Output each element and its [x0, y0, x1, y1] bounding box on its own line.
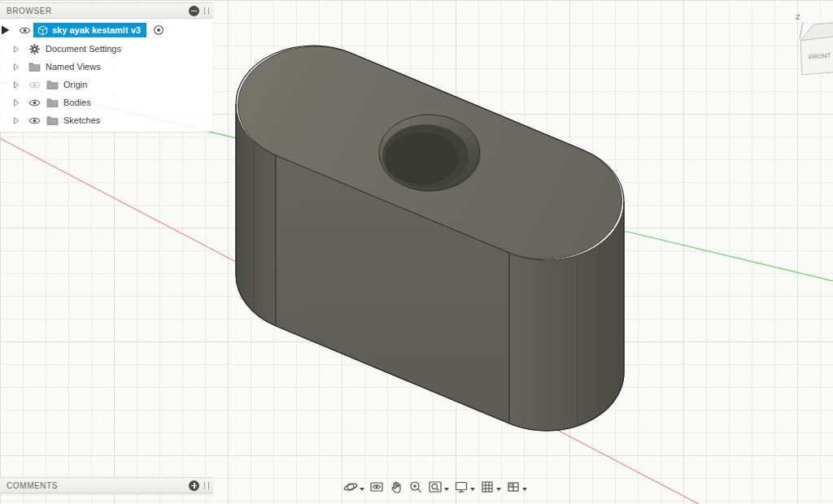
orbit-icon — [343, 480, 358, 497]
folder-icon — [46, 78, 59, 91]
tree-item-label: Sketches — [63, 115, 100, 125]
folder-icon — [46, 96, 59, 109]
tree-row-document-settings[interactable]: Document Settings — [0, 40, 213, 58]
browser-tree: sky ayak kestamit v3 Document Setting — [0, 19, 213, 132]
expand-arrow-icon[interactable] — [13, 63, 21, 71]
component-cube-icon — [36, 24, 49, 37]
orbit-button[interactable] — [341, 478, 367, 499]
fit-button[interactable] — [425, 478, 451, 499]
tree-row-document[interactable]: sky ayak kestamit v3 — [0, 20, 213, 40]
dropdown-caret-icon[interactable] — [470, 488, 475, 493]
viewports-button[interactable] — [504, 478, 530, 499]
zoom-button[interactable] — [406, 478, 425, 499]
expand-arrow-icon[interactable] — [13, 99, 21, 106]
eye-icon[interactable] — [28, 114, 41, 127]
dropdown-caret-icon[interactable] — [444, 488, 449, 493]
display-settings-icon — [454, 480, 469, 497]
display-settings-button[interactable] — [451, 478, 478, 499]
document-name[interactable]: sky ayak kestamit v3 — [52, 25, 141, 35]
document-selection[interactable]: sky ayak kestamit v3 — [33, 23, 146, 37]
viewports-icon — [506, 480, 521, 497]
grid-display-button[interactable] — [478, 478, 504, 499]
grid-display-icon — [480, 480, 495, 497]
top-hole — [379, 115, 481, 191]
panel-grip-handle[interactable] — [204, 482, 209, 489]
tree-item-label: Document Settings — [46, 44, 121, 54]
tree-row-named-views[interactable]: Named Views — [0, 58, 213, 76]
tree-item-label: Origin — [63, 80, 87, 89]
pan-button[interactable] — [386, 478, 406, 499]
comments-panel: COMMENTS — [0, 477, 213, 493]
active-component-marker — [1, 24, 11, 36]
panel-grip-handle[interactable] — [204, 7, 209, 15]
expand-arrow-icon[interactable] — [13, 81, 21, 89]
comments-header: COMMENTS — [0, 477, 213, 493]
collapse-panel-button[interactable] — [189, 6, 199, 16]
expand-comments-button[interactable] — [189, 480, 199, 491]
browser-panel: BROWSER sky ayak kestamit v3 — [0, 2, 213, 132]
z-axis-line — [800, 22, 803, 39]
zoom-icon — [408, 480, 423, 497]
viewcube-z-axis-label: Z — [796, 13, 800, 21]
folder-icon — [28, 60, 41, 73]
expand-arrow-icon[interactable] — [13, 46, 21, 53]
eye-icon[interactable] — [18, 24, 31, 37]
fusion-window: Z FRONT BROWSER — [0, 0, 833, 504]
dropdown-caret-icon[interactable] — [522, 488, 527, 493]
eye-icon[interactable] — [28, 96, 41, 109]
viewcube[interactable]: Z FRONT — [792, 3, 833, 94]
navigation-toolbar — [341, 478, 530, 499]
pan-hand-icon — [389, 480, 403, 497]
activate-component-radio[interactable] — [153, 24, 164, 36]
expand-arrow-icon[interactable] — [13, 117, 21, 124]
browser-title: BROWSER — [7, 7, 52, 15]
gear-icon — [28, 42, 41, 55]
tree-item-label: Named Views — [46, 62, 101, 72]
dropdown-caret-icon[interactable] — [360, 488, 364, 493]
tree-item-label: Bodies — [63, 98, 91, 107]
folder-icon — [46, 114, 59, 127]
tree-row-sketches[interactable]: Sketches — [0, 111, 213, 129]
model-body[interactable] — [236, 46, 624, 431]
fit-icon — [428, 480, 443, 497]
eye-hidden-icon[interactable] — [28, 78, 41, 91]
look-at-button[interactable] — [367, 478, 386, 499]
browser-header: BROWSER — [0, 2, 213, 19]
dropdown-caret-icon[interactable] — [496, 488, 501, 493]
comments-title: COMMENTS — [7, 481, 58, 490]
tree-row-origin[interactable]: Origin — [0, 76, 213, 93]
tree-row-bodies[interactable]: Bodies — [0, 93, 213, 111]
look-at-icon — [369, 480, 384, 497]
